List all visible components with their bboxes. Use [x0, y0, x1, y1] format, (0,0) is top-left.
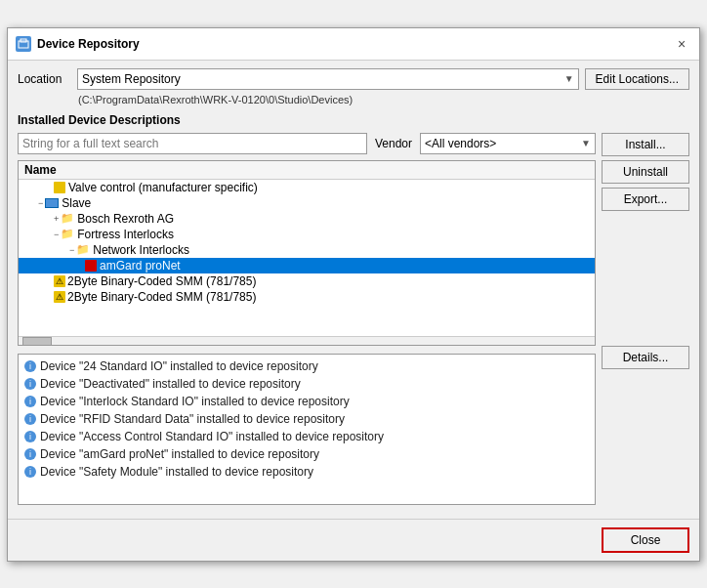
log-entry: Device "24 Standard IO" installed to dev…	[40, 359, 318, 373]
vendor-dropdown-arrow: ▼	[581, 138, 591, 148]
tree-item[interactable]: − Slave	[19, 195, 595, 211]
tree-item-selected[interactable]: amGard proNet	[19, 258, 595, 273]
log-entry: Device "Deactivated" installed to device…	[40, 377, 301, 391]
vendor-value: <All vendors>	[425, 137, 496, 150]
log-entry: Device "RFID Standard Data" installed to…	[40, 412, 345, 426]
log-entry: Device "amGard proNet" installed to devi…	[40, 447, 319, 461]
log-row: i Device "amGard proNet" installed to de…	[24, 445, 589, 463]
tree-body[interactable]: Valve control (manufacturer specific) − …	[19, 180, 595, 336]
folder-icon: 📁	[61, 228, 74, 240]
log-container: i Device "24 Standard IO" installed to d…	[18, 346, 596, 505]
log-row: i Device "Deactivated" installed to devi…	[24, 375, 589, 393]
tree-item-label: 2Byte Binary-Coded SMM (781/785)	[67, 274, 256, 288]
device-icon-yellow	[54, 182, 65, 193]
location-path: (C:\ProgramData\Rexroth\WRK-V-0120\0\Stu…	[18, 94, 689, 105]
dialog-footer: Close	[8, 519, 699, 561]
info-icon: i	[24, 396, 36, 407]
dialog-title: Device Repository	[37, 37, 140, 51]
tree-header: Name	[19, 161, 595, 180]
log-entry: Device "Interlock Standard IO" installed…	[40, 395, 350, 408]
export-button[interactable]: Export...	[602, 188, 689, 211]
tree-item-label: Bosch Rexroth AG	[77, 212, 174, 226]
install-button[interactable]: Install...	[602, 133, 689, 156]
tree-item[interactable]: Valve control (manufacturer specific)	[19, 180, 595, 195]
title-bar: Device Repository ×	[8, 28, 699, 61]
log-entry: Device "Access Control Standard IO" inst…	[40, 430, 384, 443]
warning-icon: ⚠	[54, 291, 65, 303]
tree-header-label: Name	[24, 163, 57, 177]
device-repository-dialog: Device Repository × Location System Repo…	[7, 27, 700, 562]
tree-item[interactable]: ⚠ 2Byte Binary-Coded SMM (781/785)	[19, 289, 595, 305]
tree-item-label: Network Interlocks	[93, 243, 189, 257]
installed-section-label: Installed Device Descriptions	[18, 113, 689, 127]
device-tree-panel: Name Valve control (manufacturer specifi…	[18, 160, 596, 346]
location-label: Location	[18, 72, 71, 86]
tree-item[interactable]: − 📁 Fortress Interlocks	[19, 227, 595, 242]
details-button[interactable]: Details...	[602, 346, 689, 369]
log-entry: Device "Safety Module" installed to devi…	[40, 465, 313, 479]
device-icon-red	[85, 260, 97, 272]
info-icon: i	[24, 360, 36, 372]
log-row: i Device "RFID Standard Data" installed …	[24, 410, 589, 428]
tree-item-label: Valve control (manufacturer specific)	[68, 181, 258, 194]
tree-item[interactable]: + 📁 Bosch Rexroth AG	[19, 211, 595, 227]
log-row: i Device "Interlock Standard IO" install…	[24, 393, 589, 410]
lower-area: i Device "24 Standard IO" installed to d…	[18, 346, 689, 505]
details-btn-container: Details...	[602, 346, 689, 505]
location-dropdown[interactable]: System Repository ▼	[77, 68, 579, 90]
tree-item[interactable]: − 📁 Network Interlocks	[19, 242, 595, 258]
info-icon: i	[24, 466, 36, 478]
tree-item-label: Slave	[62, 196, 91, 210]
tree-item-label: amGard proNet	[100, 259, 181, 273]
info-icon: i	[24, 431, 36, 442]
log-body[interactable]: i Device "24 Standard IO" installed to d…	[19, 355, 595, 494]
title-bar-left: Device Repository	[16, 36, 140, 52]
tree-item-label: Fortress Interlocks	[77, 228, 174, 241]
tree-item[interactable]: ⚠ 2Byte Binary-Coded SMM (781/785)	[19, 273, 595, 289]
vendor-label: Vendor	[375, 137, 412, 150]
edit-locations-button[interactable]: Edit Locations...	[585, 68, 689, 90]
log-panel: i Device "24 Standard IO" installed to d…	[18, 354, 596, 505]
info-icon: i	[24, 448, 36, 460]
right-buttons: Install... Uninstall Export...	[602, 133, 689, 211]
slave-icon	[45, 198, 59, 208]
search-input[interactable]	[18, 133, 367, 154]
horizontal-scrollbar[interactable]	[19, 336, 595, 346]
dialog-body: Location System Repository ▼ Edit Locati…	[8, 61, 699, 513]
log-row: i Device "Safety Module" installed to de…	[24, 463, 589, 481]
folder-icon: 📁	[61, 212, 74, 225]
uninstall-button[interactable]: Uninstall	[602, 160, 689, 184]
expand-icon[interactable]: −	[38, 198, 43, 208]
search-row: Vendor <All vendors> ▼	[18, 133, 596, 154]
info-icon: i	[24, 413, 36, 425]
warning-icon: ⚠	[54, 275, 65, 287]
app-icon	[16, 36, 31, 52]
info-icon: i	[24, 378, 36, 390]
folder-icon: 📁	[76, 243, 90, 256]
expand-icon[interactable]: −	[54, 230, 59, 239]
expand-icon[interactable]: +	[54, 214, 59, 224]
location-row: Location System Repository ▼ Edit Locati…	[18, 68, 689, 90]
h-scroll-thumb[interactable]	[22, 337, 52, 346]
location-value: System Repository	[82, 72, 181, 86]
expand-icon[interactable]: −	[69, 245, 74, 255]
window-close-button[interactable]: ×	[672, 34, 691, 54]
log-row: i Device "24 Standard IO" installed to d…	[24, 357, 589, 375]
close-dialog-button[interactable]: Close	[602, 527, 689, 553]
location-dropdown-arrow: ▼	[564, 73, 574, 84]
tree-item-label: 2Byte Binary-Coded SMM (781/785)	[67, 290, 256, 304]
vendor-dropdown[interactable]: <All vendors> ▼	[420, 133, 596, 154]
log-row: i Device "Access Control Standard IO" in…	[24, 428, 589, 445]
